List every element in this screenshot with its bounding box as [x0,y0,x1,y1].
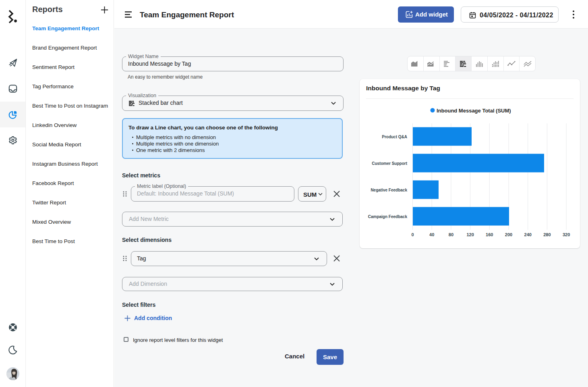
svg-text:80: 80 [449,232,453,237]
svg-text:Product Q&A: Product Q&A [382,135,407,139]
svg-text:200: 200 [505,232,512,237]
svg-text:160: 160 [486,232,493,237]
svg-text:Customer Support: Customer Support [372,161,407,166]
svg-text:Negative Feedback: Negative Feedback [371,188,407,192]
svg-text:120: 120 [466,232,474,237]
svg-text:Inbound Message Total (SUM): Inbound Message Total (SUM) [437,108,511,114]
svg-text:40: 40 [429,232,434,237]
svg-text:240: 240 [524,232,532,237]
svg-text:0: 0 [411,232,414,237]
svg-text:280: 280 [543,232,551,237]
svg-text:Campaign Feedback: Campaign Feedback [368,214,408,219]
svg-text:320: 320 [563,232,570,237]
